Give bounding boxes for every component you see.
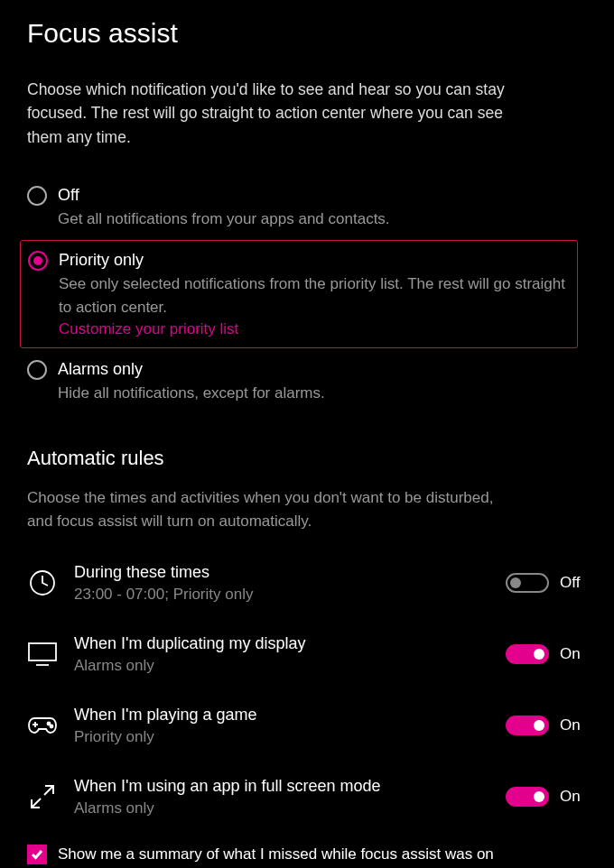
radio-off-label: Off [58,183,587,208]
rule-playing-game[interactable]: When I'm playing a game Priority only On [27,704,587,748]
svg-rect-1 [29,643,56,660]
clock-icon [27,568,58,598]
checkbox-icon [27,845,47,864]
radio-circle-icon [27,186,47,206]
toggle-switch[interactable] [506,573,549,593]
rule-label: When I'm using an app in full screen mod… [74,775,489,798]
toggle-state: On [560,645,587,663]
gamepad-icon [27,710,58,741]
radio-off-subtext: Get all notifications from your apps and… [58,208,587,231]
rule-sub: Alarms only [74,655,489,677]
toggle-state: On [560,788,587,806]
rule-sub: 23:00 - 07:00; Priority only [74,584,489,605]
rule-during-times[interactable]: During these times 23:00 - 07:00; Priori… [27,561,587,605]
radio-alarms-subtext: Hide all notifications, except for alarm… [58,382,587,405]
rules-list: During these times 23:00 - 07:00; Priori… [27,561,587,819]
radio-priority-label: Priority only [59,248,570,272]
fullscreen-icon [27,781,58,812]
page-description: Choose which notification you'd like to … [27,78,542,149]
radio-off[interactable]: Off Get all notifications from your apps… [27,178,587,236]
summary-checkbox-label: Show me a summary of what I missed while… [58,845,494,863]
toggle-switch[interactable] [506,716,549,735]
rule-duplicating-display[interactable]: When I'm duplicating my display Alarms o… [27,633,587,677]
summary-checkbox-row[interactable]: Show me a summary of what I missed while… [27,845,587,864]
svg-point-3 [51,725,53,728]
radio-alarms-only[interactable]: Alarms only Hide all notifications, exce… [27,352,587,411]
automatic-rules-description: Choose the times and activities when you… [27,486,515,534]
radio-alarms-label: Alarms only [58,357,587,382]
rule-label: When I'm playing a game [74,704,489,726]
monitor-icon [27,639,58,669]
toggle-switch[interactable] [506,787,549,807]
page-title: Focus assist [27,18,587,49]
svg-point-2 [48,723,51,725]
rule-label: When I'm duplicating my display [74,633,489,655]
rule-sub: Priority only [74,726,489,748]
automatic-rules-heading: Automatic rules [27,447,587,470]
toggle-switch[interactable] [506,644,549,664]
radio-circle-icon [27,360,47,380]
radio-priority-subtext: See only selected notifications from the… [59,272,570,320]
rule-label: During these times [74,561,489,584]
rule-sub: Alarms only [74,798,489,819]
focus-mode-radio-group: Off Get all notifications from your apps… [27,178,587,411]
radio-priority-only[interactable]: Priority only See only selected notifica… [20,240,578,348]
radio-circle-icon [28,251,48,271]
customize-priority-link[interactable]: Customize your priority list [59,320,238,338]
toggle-state: On [560,716,587,734]
rule-full-screen[interactable]: When I'm using an app in full screen mod… [27,775,587,819]
toggle-state: Off [560,574,587,592]
